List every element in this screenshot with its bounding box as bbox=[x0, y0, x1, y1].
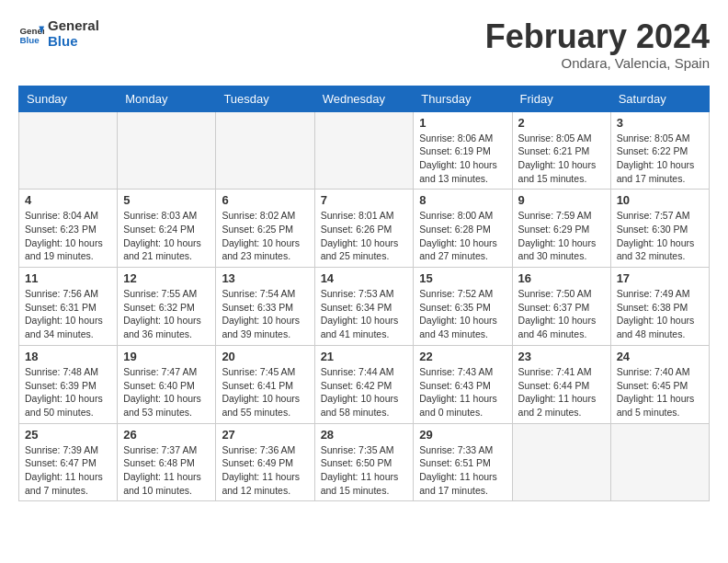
day-info: Sunrise: 7:48 AM Sunset: 6:39 PM Dayligh… bbox=[25, 365, 111, 419]
day-info: Sunrise: 7:36 AM Sunset: 6:49 PM Dayligh… bbox=[222, 443, 308, 498]
day-info: Sunrise: 7:50 AM Sunset: 6:37 PM Dayligh… bbox=[518, 287, 605, 341]
day-number: 21 bbox=[321, 350, 408, 363]
calendar-cell: 18Sunrise: 7:48 AM Sunset: 6:39 PM Dayli… bbox=[19, 345, 118, 423]
week-row-2: 11Sunrise: 7:56 AM Sunset: 6:31 PM Dayli… bbox=[19, 268, 710, 346]
weekday-header-saturday: Saturday bbox=[610, 86, 709, 111]
calendar-cell: 20Sunrise: 7:45 AM Sunset: 6:41 PM Dayli… bbox=[216, 345, 314, 423]
calendar-cell: 3Sunrise: 8:05 AM Sunset: 6:22 PM Daylig… bbox=[610, 111, 709, 190]
calendar-cell bbox=[118, 111, 216, 190]
logo-icon: General Blue bbox=[18, 21, 44, 47]
calendar-cell: 24Sunrise: 7:40 AM Sunset: 6:45 PM Dayli… bbox=[610, 345, 709, 423]
calendar-cell bbox=[19, 111, 118, 190]
week-row-4: 25Sunrise: 7:39 AM Sunset: 6:47 PM Dayli… bbox=[19, 423, 710, 501]
day-info: Sunrise: 8:04 AM Sunset: 6:23 PM Dayligh… bbox=[25, 209, 111, 263]
day-number: 19 bbox=[123, 350, 210, 363]
calendar-cell: 16Sunrise: 7:50 AM Sunset: 6:37 PM Dayli… bbox=[512, 268, 610, 346]
calendar-cell: 9Sunrise: 7:59 AM Sunset: 6:29 PM Daylig… bbox=[512, 190, 610, 268]
weekday-header-wednesday: Wednesday bbox=[314, 86, 414, 111]
calendar-cell: 6Sunrise: 8:02 AM Sunset: 6:25 PM Daylig… bbox=[216, 190, 314, 268]
location-subtitle: Ondara, Valencia, Spain bbox=[485, 55, 710, 71]
day-info: Sunrise: 7:54 AM Sunset: 6:33 PM Dayligh… bbox=[222, 287, 308, 341]
day-number: 8 bbox=[419, 193, 506, 207]
day-number: 20 bbox=[222, 350, 308, 363]
calendar-cell: 14Sunrise: 7:53 AM Sunset: 6:34 PM Dayli… bbox=[314, 268, 414, 346]
calendar-cell: 1Sunrise: 8:06 AM Sunset: 6:19 PM Daylig… bbox=[414, 111, 512, 190]
day-number: 9 bbox=[518, 193, 605, 207]
weekday-header-monday: Monday bbox=[118, 86, 216, 111]
day-info: Sunrise: 7:57 AM Sunset: 6:30 PM Dayligh… bbox=[617, 209, 703, 263]
day-number: 18 bbox=[25, 350, 111, 363]
day-number: 27 bbox=[222, 428, 308, 442]
calendar-cell: 15Sunrise: 7:52 AM Sunset: 6:35 PM Dayli… bbox=[414, 268, 512, 346]
day-number: 6 bbox=[222, 193, 308, 207]
calendar-cell bbox=[216, 111, 314, 190]
day-info: Sunrise: 7:45 AM Sunset: 6:41 PM Dayligh… bbox=[222, 365, 308, 419]
calendar-cell: 13Sunrise: 7:54 AM Sunset: 6:33 PM Dayli… bbox=[216, 268, 314, 346]
day-number: 26 bbox=[123, 428, 210, 442]
day-info: Sunrise: 7:35 AM Sunset: 6:50 PM Dayligh… bbox=[321, 443, 408, 498]
day-number: 11 bbox=[25, 271, 111, 285]
day-info: Sunrise: 7:56 AM Sunset: 6:31 PM Dayligh… bbox=[25, 287, 111, 341]
day-info: Sunrise: 8:03 AM Sunset: 6:24 PM Dayligh… bbox=[123, 209, 210, 263]
day-number: 16 bbox=[518, 271, 605, 285]
calendar-cell: 17Sunrise: 7:49 AM Sunset: 6:38 PM Dayli… bbox=[610, 268, 709, 346]
day-info: Sunrise: 8:02 AM Sunset: 6:25 PM Dayligh… bbox=[222, 209, 308, 263]
calendar-cell: 12Sunrise: 7:55 AM Sunset: 6:32 PM Dayli… bbox=[118, 268, 216, 346]
weekday-header-thursday: Thursday bbox=[414, 86, 512, 111]
day-info: Sunrise: 7:39 AM Sunset: 6:47 PM Dayligh… bbox=[25, 443, 111, 498]
day-number: 10 bbox=[617, 193, 703, 207]
week-row-0: 1Sunrise: 8:06 AM Sunset: 6:19 PM Daylig… bbox=[19, 111, 710, 190]
calendar-cell: 29Sunrise: 7:33 AM Sunset: 6:51 PM Dayli… bbox=[414, 423, 512, 501]
logo: General Blue General Blue bbox=[18, 18, 99, 49]
day-number: 28 bbox=[321, 428, 408, 442]
day-info: Sunrise: 7:37 AM Sunset: 6:48 PM Dayligh… bbox=[123, 443, 210, 498]
day-info: Sunrise: 8:05 AM Sunset: 6:21 PM Dayligh… bbox=[518, 132, 605, 186]
day-number: 24 bbox=[617, 350, 703, 363]
calendar-cell bbox=[512, 423, 610, 501]
calendar-cell: 4Sunrise: 8:04 AM Sunset: 6:23 PM Daylig… bbox=[19, 190, 118, 268]
calendar-cell: 21Sunrise: 7:44 AM Sunset: 6:42 PM Dayli… bbox=[314, 345, 414, 423]
weekday-header-row: SundayMondayTuesdayWednesdayThursdayFrid… bbox=[19, 86, 710, 111]
day-number: 1 bbox=[419, 116, 506, 130]
calendar-cell: 25Sunrise: 7:39 AM Sunset: 6:47 PM Dayli… bbox=[19, 423, 118, 501]
calendar-cell: 8Sunrise: 8:00 AM Sunset: 6:28 PM Daylig… bbox=[414, 190, 512, 268]
day-info: Sunrise: 8:01 AM Sunset: 6:26 PM Dayligh… bbox=[321, 209, 408, 263]
calendar-cell: 5Sunrise: 8:03 AM Sunset: 6:24 PM Daylig… bbox=[118, 190, 216, 268]
calendar-cell: 28Sunrise: 7:35 AM Sunset: 6:50 PM Dayli… bbox=[314, 423, 414, 501]
calendar-cell: 23Sunrise: 7:41 AM Sunset: 6:44 PM Dayli… bbox=[512, 345, 610, 423]
day-number: 14 bbox=[321, 271, 408, 285]
calendar-cell: 27Sunrise: 7:36 AM Sunset: 6:49 PM Dayli… bbox=[216, 423, 314, 501]
weekday-header-tuesday: Tuesday bbox=[216, 86, 314, 111]
day-info: Sunrise: 7:52 AM Sunset: 6:35 PM Dayligh… bbox=[419, 287, 506, 341]
calendar-cell: 7Sunrise: 8:01 AM Sunset: 6:26 PM Daylig… bbox=[314, 190, 414, 268]
day-info: Sunrise: 7:47 AM Sunset: 6:40 PM Dayligh… bbox=[123, 365, 210, 419]
day-number: 23 bbox=[518, 350, 605, 363]
calendar-cell: 2Sunrise: 8:05 AM Sunset: 6:21 PM Daylig… bbox=[512, 111, 610, 190]
week-row-3: 18Sunrise: 7:48 AM Sunset: 6:39 PM Dayli… bbox=[19, 345, 710, 423]
day-number: 25 bbox=[25, 428, 111, 442]
day-info: Sunrise: 7:49 AM Sunset: 6:38 PM Dayligh… bbox=[617, 287, 703, 341]
day-number: 3 bbox=[617, 116, 703, 130]
calendar-cell: 10Sunrise: 7:57 AM Sunset: 6:30 PM Dayli… bbox=[610, 190, 709, 268]
day-number: 2 bbox=[518, 116, 605, 130]
logo-line1: General bbox=[48, 18, 99, 34]
page-header: General Blue General Blue February 2024 … bbox=[18, 18, 710, 71]
svg-text:Blue: Blue bbox=[19, 34, 40, 44]
day-number: 12 bbox=[123, 271, 210, 285]
day-number: 4 bbox=[25, 193, 111, 207]
day-number: 17 bbox=[617, 271, 703, 285]
calendar-cell: 19Sunrise: 7:47 AM Sunset: 6:40 PM Dayli… bbox=[118, 345, 216, 423]
day-info: Sunrise: 7:59 AM Sunset: 6:29 PM Dayligh… bbox=[518, 209, 605, 263]
calendar-cell: 22Sunrise: 7:43 AM Sunset: 6:43 PM Dayli… bbox=[414, 345, 512, 423]
day-info: Sunrise: 8:05 AM Sunset: 6:22 PM Dayligh… bbox=[617, 132, 703, 186]
calendar-cell: 11Sunrise: 7:56 AM Sunset: 6:31 PM Dayli… bbox=[19, 268, 118, 346]
logo-line2: Blue bbox=[48, 34, 99, 50]
day-info: Sunrise: 7:40 AM Sunset: 6:45 PM Dayligh… bbox=[617, 365, 703, 419]
week-row-1: 4Sunrise: 8:04 AM Sunset: 6:23 PM Daylig… bbox=[19, 190, 710, 268]
day-number: 7 bbox=[321, 193, 408, 207]
weekday-header-sunday: Sunday bbox=[19, 86, 118, 111]
day-info: Sunrise: 7:44 AM Sunset: 6:42 PM Dayligh… bbox=[321, 365, 408, 419]
day-info: Sunrise: 7:43 AM Sunset: 6:43 PM Dayligh… bbox=[419, 365, 506, 419]
day-number: 22 bbox=[419, 350, 506, 363]
day-number: 15 bbox=[419, 271, 506, 285]
